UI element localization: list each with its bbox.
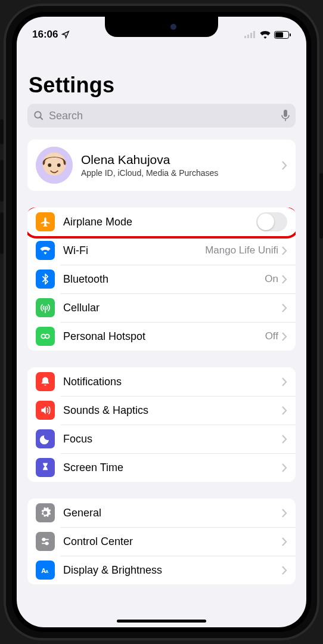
svg-point-7: [35, 112, 41, 118]
sounds-label: Sounds & Haptics: [63, 404, 282, 417]
sounds-icon: [36, 401, 55, 420]
svg-line-8: [40, 117, 43, 120]
chevron-right-icon: [282, 275, 287, 284]
bluetooth-row[interactable]: Bluetooth On: [27, 265, 296, 293]
general-group: General Control Center AA Display & Brig…: [27, 499, 296, 584]
airplane-label: Airplane Mode: [63, 216, 256, 228]
notifications-icon: [36, 372, 55, 391]
svg-rect-5: [275, 32, 283, 38]
cellular-label: Cellular: [63, 302, 282, 314]
location-icon: [61, 30, 70, 39]
svg-rect-2: [250, 33, 252, 38]
screentime-label: Screen Time: [63, 462, 282, 474]
chevron-right-icon: [282, 377, 287, 386]
airplane-toggle[interactable]: [256, 212, 287, 231]
display-brightness-row[interactable]: AA Display & Brightness: [27, 556, 296, 584]
svg-rect-9: [284, 110, 287, 117]
svg-point-21: [45, 542, 48, 544]
hotspot-label: Personal Hotspot: [63, 330, 265, 343]
chevron-right-icon: [282, 566, 287, 575]
battery-icon: [274, 31, 291, 39]
wifi-row[interactable]: Wi-Fi Mango Life Unifi: [27, 236, 296, 265]
chevron-right-icon: [282, 435, 287, 444]
wifi-detail: Mango Life Unifi: [205, 244, 278, 256]
hotspot-detail: Off: [265, 330, 278, 342]
cellular-settings-icon: [36, 298, 55, 317]
notifications-row[interactable]: Notifications: [27, 367, 296, 396]
chevron-right-icon: [282, 509, 287, 518]
general-row[interactable]: General: [27, 499, 296, 527]
svg-rect-3: [253, 31, 255, 38]
wifi-settings-icon: [36, 241, 55, 260]
control-center-icon: [36, 532, 55, 551]
profile-group: Olena Kahujova Apple ID, iCloud, Media &…: [27, 140, 296, 191]
page-title: Settings: [17, 44, 306, 104]
focus-row[interactable]: Focus: [27, 425, 296, 453]
notch: [105, 17, 218, 37]
chevron-right-icon: [282, 463, 287, 472]
svg-point-13: [48, 163, 51, 167]
front-camera: [170, 24, 176, 30]
focus-icon: [36, 429, 55, 448]
chevron-right-icon: [282, 161, 287, 170]
svg-point-16: [41, 335, 45, 339]
alerts-group: Notifications Sounds & Haptics Focus: [27, 367, 296, 482]
hotspot-icon: [36, 327, 55, 346]
svg-point-14: [57, 163, 61, 167]
home-indicator[interactable]: [117, 620, 206, 623]
avatar: [36, 147, 73, 184]
phone-frame: 16:06 Settings Search Olen: [4, 4, 319, 640]
display-icon: AA: [36, 561, 55, 580]
cellular-row[interactable]: Cellular: [27, 293, 296, 322]
svg-rect-0: [244, 36, 246, 38]
svg-text:A: A: [45, 569, 49, 574]
svg-point-17: [45, 335, 49, 339]
bluetooth-label: Bluetooth: [63, 273, 265, 286]
profile-subtitle: Apple ID, iCloud, Media & Purchases: [81, 168, 282, 178]
power-button: [319, 173, 323, 239]
control-center-row[interactable]: Control Center: [27, 527, 296, 556]
airplane-icon: [36, 212, 55, 231]
screentime-icon: [36, 458, 55, 477]
wifi-icon: [260, 31, 271, 39]
profile-name: Olena Kahujova: [81, 153, 282, 167]
cellular-icon: [244, 31, 256, 38]
gear-icon: [36, 503, 55, 522]
general-label: General: [63, 507, 282, 519]
search-placeholder: Search: [49, 110, 277, 122]
svg-rect-1: [247, 35, 249, 38]
wifi-label: Wi-Fi: [63, 244, 205, 257]
hotspot-row[interactable]: Personal Hotspot Off: [27, 322, 296, 351]
search-input[interactable]: Search: [27, 104, 296, 128]
display-label: Display & Brightness: [63, 564, 282, 577]
connectivity-group: Airplane Mode Wi-Fi Mango Life Unifi Blu…: [27, 208, 296, 351]
sounds-row[interactable]: Sounds & Haptics: [27, 396, 296, 425]
notifications-label: Notifications: [63, 376, 282, 388]
screen: 16:06 Settings Search Olen: [17, 17, 306, 627]
airplane-mode-row[interactable]: Airplane Mode: [27, 208, 296, 236]
chevron-right-icon: [282, 332, 287, 341]
mic-icon[interactable]: [281, 110, 290, 122]
control-center-label: Control Center: [63, 535, 282, 548]
bluetooth-icon: [36, 270, 55, 289]
search-icon: [33, 110, 44, 121]
chevron-right-icon: [282, 537, 287, 546]
bluetooth-detail: On: [265, 273, 278, 285]
screentime-row[interactable]: Screen Time: [27, 453, 296, 482]
profile-row[interactable]: Olena Kahujova Apple ID, iCloud, Media &…: [27, 140, 296, 191]
focus-label: Focus: [63, 433, 282, 445]
chevron-right-icon: [282, 406, 287, 415]
chevron-right-icon: [282, 246, 287, 255]
chevron-right-icon: [282, 304, 287, 312]
clock: 16:06: [32, 29, 58, 41]
svg-point-19: [42, 538, 45, 541]
svg-rect-6: [290, 33, 291, 36]
